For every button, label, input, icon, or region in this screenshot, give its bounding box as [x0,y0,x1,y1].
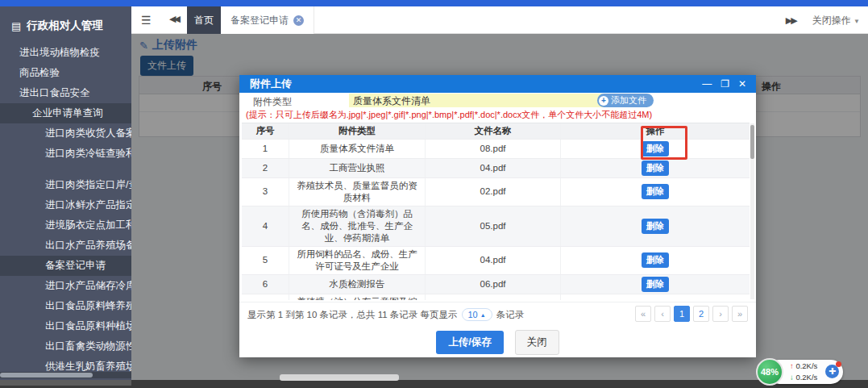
tab-home[interactable]: 首页 [187,6,221,34]
attachments-table-body: 1质量体系文件清单08.pdf删除2工商营业执照04.pdf删除3养殖技术员、质… [242,140,750,300]
sidebar-item[interactable]: 进出境动植物检疫 [0,43,131,63]
cell-seq: 5 [242,247,289,274]
progress-circle[interactable]: 48% [756,358,783,386]
pager-arrow[interactable]: « [635,306,651,322]
modal-titlebar[interactable]: 附件上传 — ❐ ✕ [239,75,756,93]
sidebar-title: ▤ 行政相对人管理 [0,6,131,43]
pager-arrow[interactable]: › [712,306,729,322]
sidebar-item[interactable]: 进口肉类指定口岸/查验场 [0,175,131,195]
sidebar-menu: 进出境动植物检疫商品检验进出口食品安全企业申请单查询进口肉类收货人备案进口肉类冷… [0,43,131,377]
page-size-select[interactable]: 10 ▲ [462,308,492,321]
sidebar-item[interactable]: 进口肉类收货人备案 [0,123,131,144]
sidebar-item[interactable]: 进口肉类冷链查验和储存 [0,144,131,164]
tab-home-label: 首页 [194,14,214,27]
delete-button[interactable]: 删除 [642,141,669,156]
download-speed: 0.2K/s [795,373,817,382]
top-nav-strip [0,0,868,6]
sidebar-item[interactable]: 进出口食品安全 [0,83,131,103]
modal-title: 附件上传 [239,77,292,91]
forward-tabs-icon[interactable]: ▶▶ [786,15,796,26]
pagination-row: 显示第 1 到第 10 条记录，总共 11 条记录 每页显示 10 ▲ 条记录 … [239,302,756,324]
header-filename: 文件名称 [426,123,561,139]
cell-type: 所使用药物（含消毒剂）品名、成份、批准号、生产企业、停药期清单 [289,207,426,246]
pagination-summary-suffix: 条记录 [496,309,525,321]
tab-bar: ☰ ◀◀ 首页 备案登记申请 ✕ ▶▶ 关闭操作 ▼ [131,6,868,34]
sidebar-title-label: 行政相对人管理 [27,19,103,33]
download-arrow-icon: ↓ [790,373,794,382]
modal-table-vscroll-thumb[interactable] [750,125,754,159]
upload-hint-text: (提示：只可上传后缀名为.jpg|*.jpeg|*.gif|*.png|*.bm… [246,109,750,121]
header-type: 附件类型 [289,123,426,139]
modal-table-vscrollbar[interactable] [750,123,754,299]
sidebar-item[interactable]: 进口水产品储存冷库备案 [0,276,131,296]
attachment-row: 2工商营业执照04.pdf删除 [242,159,750,178]
sidebar-item[interactable]: 进境肠衣定点加工和存放 [0,215,131,236]
pagination-summary-prefix: 显示第 1 到第 10 条记录，总共 11 条记录 每页显示 [247,309,458,321]
delete-button[interactable]: 删除 [642,252,669,268]
chevron-up-icon: ▲ [480,312,486,318]
content-hscroll-thumb[interactable] [280,374,399,381]
tab-registration-application[interactable]: 备案登记申请 ✕ [221,6,314,34]
delete-button[interactable]: 删除 [642,219,669,234]
cell-seq: 7 [242,294,289,301]
sidebar-hscrollbar[interactable] [0,372,131,378]
cell-type: 工商营业执照 [289,159,426,177]
pagination-summary: 显示第 1 到第 10 条记录，总共 11 条记录 每页显示 10 ▲ 条记录 [247,308,524,321]
delete-button[interactable]: 删除 [642,184,669,199]
netspeed-widget: 48% ↑ 0.2K/s ↓ 0.2K/s ✚ [756,358,843,386]
close-icon[interactable]: ✕ [738,79,746,89]
cell-filename: 08.pdf [426,140,561,158]
sidebar-item[interactable]: 企业申请单查询 [0,103,131,123]
sidebar-item[interactable]: 备案登记申请 [0,256,131,276]
attachments-table: 序号 附件类型 文件名称 操作 1质量体系文件清单08.pdf删除2工商营业执照… [242,123,750,300]
attachment-row: 3养殖技术员、质量监督员的资质材料02.pdf删除 [242,178,750,207]
sidebar-item[interactable]: 出口食品原料种植场备案 [0,316,131,336]
attachment-row: 4所使用药物（含消毒剂）品名、成份、批准号、生产企业、停药期清单05.pdf删除 [242,207,750,247]
delete-button[interactable]: 删除 [642,277,669,292]
tab-close-icon[interactable]: ✕ [293,15,304,26]
cell-type: 所用饲料的品名、成份、生产许可证号及生产企业 [289,247,426,274]
cell-filename: 05.pdf [426,294,561,301]
close-operations-label: 关闭操作 [812,15,851,26]
progress-percent: 48% [761,367,779,377]
add-circle-icon: + [599,96,608,106]
add-file-button[interactable]: + 添加文件 [597,94,654,107]
attachment-upload-modal: 附件上传 — ❐ ✕ 附件类型 质量体系文件清单 + 添加文件 (提示：只可上传… [239,75,756,357]
cell-seq: 1 [242,140,289,158]
sidebar-item[interactable]: 出口食品原料蜂养殖场 [0,296,131,316]
pager-arrow[interactable]: ‹ [654,306,671,322]
page-size-value: 10 [468,310,478,319]
sidebar-item[interactable]: 商品检验 [0,63,131,83]
rewind-tabs-icon[interactable]: ◀◀ [169,14,178,24]
sidebar-item[interactable]: 出口畜禽类动物源性食品 [0,336,131,357]
cell-type: 质量体系文件清单 [289,140,426,158]
attachment-row: 5所用饲料的品名、成份、生产许可证号及生产企业04.pdf删除 [242,247,750,275]
minimize-icon[interactable]: — [702,79,712,89]
chevron-down-icon: ▼ [853,18,860,25]
attachment-row: 6水质检测报告06.pdf删除 [242,275,750,294]
netspeed-values: ↑ 0.2K/s ↓ 0.2K/s [790,361,817,383]
notification-dot [836,361,841,367]
pager-page-1[interactable]: 1 [674,306,690,322]
upload-speed: 0.2K/s [795,361,817,370]
sidebar-item[interactable]: 进口冰鲜水产品指定口岸 [0,195,131,215]
upload-save-button[interactable]: 上传/保存 [436,331,503,354]
sidebar-item[interactable]: 出口水产品养殖场备案 [0,236,131,256]
cell-type: 养殖技术员、质量监督员的资质材料 [289,178,426,206]
pager-arrow[interactable]: » [732,306,748,322]
attachments-table-header: 序号 附件类型 文件名称 操作 [242,123,750,140]
sidebar-hscroll-thumb[interactable] [0,373,93,378]
header-seq: 序号 [242,123,289,139]
add-file-label: 添加文件 [611,94,646,106]
hamburger-icon[interactable]: ☰ [141,14,152,27]
cell-filename: 02.pdf [426,178,561,206]
cell-filename: 06.pdf [426,275,561,294]
close-operations-dropdown[interactable]: 关闭操作 ▼ [812,14,860,27]
maximize-icon[interactable]: ❐ [721,79,729,89]
pager-page-2[interactable]: 2 [693,306,709,322]
delete-button[interactable]: 删除 [642,161,669,176]
modal-close-button[interactable]: 关闭 [515,330,559,355]
attachment-type-label: 附件类型 [253,95,292,109]
attachment-row: 7养殖塘（池）分布示意图及编号05.pdf删除 [242,294,750,301]
cell-type: 养殖塘（池）分布示意图及编号 [289,294,426,301]
